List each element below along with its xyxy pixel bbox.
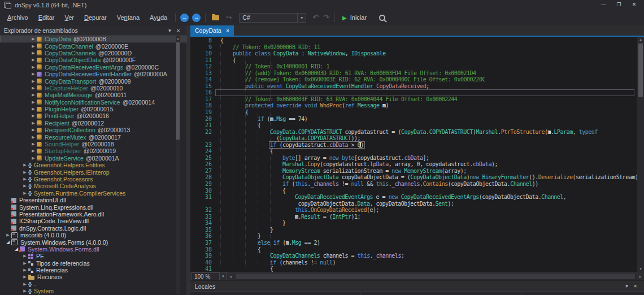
code-line-34[interactable]: 34} <box>190 220 637 227</box>
collapsed-icon[interactable]: ▶ <box>30 93 37 97</box>
search-icon[interactable] <box>379 15 385 21</box>
code-line-39[interactable]: 39CopyDataChannels channels = this._chan… <box>190 253 637 259</box>
tree-item-dnspy-contracts-logic-dll[interactable]: dnSpy.Contracts.Logic.dll <box>0 225 186 232</box>
menu-ayuda[interactable]: Ayuda <box>145 12 172 23</box>
tab-close-icon[interactable]: ✕ <box>226 28 230 33</box>
close-icon[interactable]: ✕ <box>626 0 642 10</box>
tree-item-copydatachannels[interactable]: ▶CopyDataChannels@0200000D <box>0 50 186 57</box>
code-line-22[interactable]: 22CopyData.COPYDATASTRUCT copydatastruct… <box>190 129 637 136</box>
panel-splitter[interactable] <box>186 25 190 295</box>
code-line-35[interactable]: 35} <box>190 227 637 233</box>
code-line-9[interactable]: 9// Token: 0x0200000B RID: 11 <box>190 44 637 51</box>
code-line-27[interactable]: 27MemoryStream serializationStream = new… <box>190 168 637 175</box>
code-line-29[interactable]: 29if (this._channels != null && this._ch… <box>190 181 637 188</box>
collapsed-icon[interactable]: ▶ <box>30 86 37 90</box>
start-debug-icon[interactable]: ▶ <box>342 15 347 21</box>
zoom-level-select[interactable]: 100 % <box>192 272 220 281</box>
tree-item-notifyiconnotificationservice[interactable]: ▶NotifyIconNotificationService@02000014 <box>0 99 186 106</box>
collapsed-icon[interactable]: ▶ <box>30 79 37 84</box>
collapsed-icon[interactable]: ▶ <box>30 135 37 140</box>
collapsed-icon[interactable]: ▶ <box>30 37 37 41</box>
code-line-26[interactable]: 26Marshal.Copy(copydatastruct.lpData, ar… <box>190 161 637 168</box>
collapsed-icon[interactable]: ▶ <box>21 254 28 258</box>
tree-item-recipientcollection[interactable]: ▶RecipientCollection@02000013 <box>0 127 186 133</box>
tree-item-printhelper[interactable]: ▶PrintHelper@02000016 <box>0 112 186 119</box>
collapsed-icon[interactable]: ▶ <box>5 233 11 237</box>
code-line-18[interactable]: 18protected override void WndProc(ref Me… <box>190 102 637 109</box>
start-button[interactable]: Iniciar <box>350 14 367 21</box>
panel-close-icon[interactable]: ✕ <box>631 284 639 289</box>
tree-item-greenshot-helpers-ieinterop[interactable]: ▶{}Greenshot.Helpers.IEInterop <box>0 168 186 175</box>
tree-item-icsharpcode-treeview-dll[interactable]: ICSharpCode.TreeView.dll <box>0 218 186 224</box>
collapsed-icon[interactable]: ▶ <box>30 142 37 146</box>
collapsed-icon[interactable]: ▶ <box>30 107 37 111</box>
scroll-down-icon[interactable]: ▼ <box>637 267 644 271</box>
tree-item-system-windows-forms-dll[interactable]: ◢System.Windows.Forms.dll <box>0 246 186 253</box>
tree-item-resourcemutex[interactable]: ▶ResourceMutex@02000017 <box>0 133 186 140</box>
open-file-icon[interactable] <box>212 15 219 20</box>
code-line-28[interactable]: 28CopyDataObjectData copyDataObjectData … <box>190 174 637 181</box>
code-line-36[interactable]: 36} <box>190 233 637 240</box>
code-view[interactable]: 8{9// Token: 0x0200000B RID: 1110public … <box>190 37 637 272</box>
collapsed-icon[interactable]: ▶ <box>21 268 28 272</box>
panel-menu-icon[interactable]: ▼ <box>623 284 631 289</box>
tree-item-system-linq-expressions-dll[interactable]: System.Linq.Expressions.dll <box>0 203 186 210</box>
code-line-16[interactable]: 16 <box>190 89 637 96</box>
tree-item-item[interactable]: ▶{}- <box>0 281 186 288</box>
code-line-15[interactable]: 15public event CopyDataReceivedEventHand… <box>190 83 637 90</box>
collapsed-icon[interactable]: ▶ <box>21 261 28 266</box>
redo-icon[interactable]: ↷ <box>323 14 329 21</box>
tree-item-greenshot-helpers-entities[interactable]: ▶{}Greenshot.Helpers.Entities <box>0 162 186 168</box>
collapsed-icon[interactable]: ▶ <box>21 170 28 175</box>
code-line-31[interactable]: 31CopyDataReceivedEventArgs e = new Copy… <box>190 194 637 201</box>
tree-item-mscorlib-4-0-0-0[interactable]: ▶mscorlib (4.0.0.0) <box>0 232 186 238</box>
panel-close-icon[interactable]: ✕ <box>174 28 182 33</box>
tree-item-mapimailmessage[interactable]: ▶MapiMailMessage@02000011 <box>0 92 186 98</box>
menu-ver[interactable]: Ver <box>59 12 79 23</box>
tree-item-microsoft-codeanalysis[interactable]: ▶{}Microsoft.CodeAnalysis <box>0 183 186 189</box>
code-line-30[interactable]: 30{ <box>190 188 637 194</box>
tree-item-startuphelper[interactable]: ▶StartupHelper@02000019 <box>0 148 186 154</box>
tree-item-updateservice[interactable]: ▶UpdateService@0200001A <box>0 155 186 162</box>
code-line-wrap[interactable]: (CopyData.COPYDATASTRUCT)); <box>190 135 637 142</box>
chevron-down-icon[interactable]: ▼ <box>220 272 227 281</box>
collapsed-icon[interactable]: ▶ <box>30 121 37 125</box>
collapsed-icon[interactable]: ▶ <box>21 177 28 181</box>
menu-editar[interactable]: Editar <box>33 12 60 23</box>
scrollbar-thumb[interactable] <box>638 44 643 97</box>
navigate-forward-icon[interactable]: → <box>192 14 201 22</box>
collapsed-icon[interactable]: ▶ <box>30 114 37 118</box>
collapsed-icon[interactable]: ▶ <box>30 44 37 49</box>
tree-item-copydatareceivedeventargs[interactable]: ▶CopyDataReceivedEventArgs@0200000C <box>0 64 186 71</box>
collapsed-icon[interactable]: ▶ <box>30 51 37 55</box>
code-line-20[interactable]: 20if (m.Msg == 74) <box>190 116 637 123</box>
code-line-41[interactable]: 41{ <box>190 266 637 272</box>
code-line-19[interactable]: 19{ <box>190 109 637 116</box>
code-line-10[interactable]: 10public class CopyData : NativeWindow, … <box>190 50 637 57</box>
scroll-left-icon[interactable]: ◂ <box>227 274 234 279</box>
code-line-17[interactable]: 17// Token: 0x0600003F RID: 63 RVA: 0x00… <box>190 96 637 103</box>
tree-item-pe[interactable]: ▶PE <box>0 253 186 259</box>
tree-item-recipient[interactable]: ▶Recipient@02000012 <box>0 120 186 127</box>
tree-item-copydataobjectdata[interactable]: ▶CopyDataObjectData@0200000F <box>0 57 186 63</box>
code-line-13[interactable]: 13// (add) Token: 0x0600003D RID: 61 RVA… <box>190 70 637 77</box>
tree-item-system-runtime-compilerservices[interactable]: ▶{}System.Runtime.CompilerServices <box>0 190 186 197</box>
tree-item-pluginhelper[interactable]: ▶PluginHelper@02000015 <box>0 106 186 112</box>
code-line-37[interactable]: 37else if (m.Msg == 2) <box>190 240 637 246</box>
tree-item-iecapturehelper[interactable]: ▶IeCaptureHelper@02000010 <box>0 85 186 92</box>
code-line-32[interactable]: 32this.OnCopyDataReceived(e); <box>190 207 637 214</box>
code-line-12[interactable]: 12// Token: 0x14000001 RID: 1 <box>190 63 637 70</box>
code-line-33[interactable]: 33m.Result = (IntPtr)1; <box>190 214 637 220</box>
tree-item-copydata[interactable]: ▶CopyData@0200000B <box>0 36 186 42</box>
collapsed-icon[interactable]: ▶ <box>21 163 28 167</box>
tree-item-system[interactable]: ▶{}System <box>0 288 186 294</box>
collapsed-icon[interactable]: ▶ <box>30 149 37 153</box>
tree-item-greenshot-processors[interactable]: ▶{}Greenshot.Processors <box>0 176 186 183</box>
scroll-up-icon[interactable]: ▲ <box>637 38 644 41</box>
collapsed-icon[interactable]: ▶ <box>30 128 37 132</box>
scrollbar-thumb[interactable] <box>236 274 635 279</box>
tree-item-tipos-de-referencias[interactable]: ▶Tipos de referencias <box>0 260 186 267</box>
minimize-icon[interactable]: — <box>596 0 611 10</box>
panel-menu-icon[interactable]: ▼ <box>166 28 174 33</box>
code-line-wrap[interactable]: copyDataObjectData.Data, copyDataObjectD… <box>190 201 637 207</box>
